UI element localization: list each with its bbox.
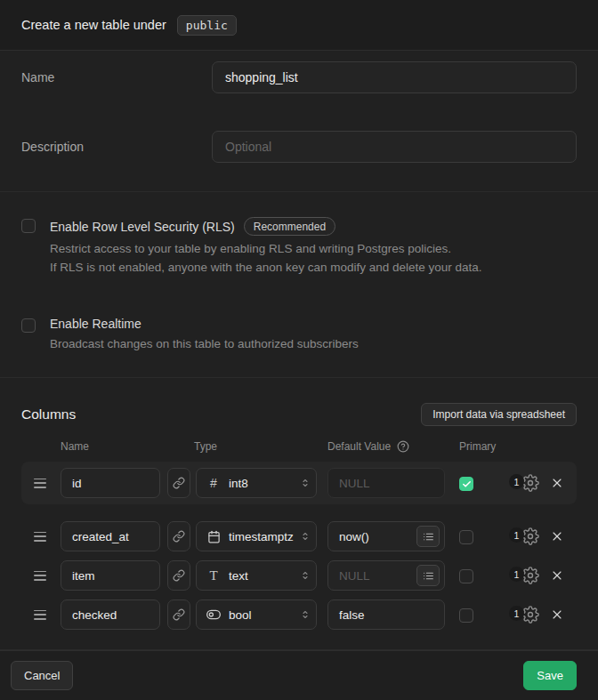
rls-option: Enable Row Level Security (RLS) Recommen… [21, 217, 577, 278]
column-header-name: Name [61, 440, 194, 453]
column-header-type: Type [194, 440, 327, 453]
close-icon [550, 476, 564, 490]
columns-title: Columns [21, 406, 76, 422]
description-row: Description [21, 131, 577, 163]
drag-handle-icon[interactable] [34, 571, 46, 581]
gear-icon [521, 474, 539, 492]
delete-column-button[interactable] [550, 476, 564, 490]
chevron-up-down-icon [300, 608, 311, 621]
name-row: Name [21, 61, 577, 93]
realtime-option: Enable Realtime Broadcast changes on thi… [21, 317, 577, 354]
column-type-select[interactable]: # int8 [196, 468, 317, 498]
link-icon [173, 608, 185, 621]
rls-description: Restrict access to your table by enablin… [50, 240, 482, 278]
toggle-icon [206, 607, 222, 622]
column-settings-button[interactable]: 1 [509, 473, 539, 493]
column-name-input[interactable] [61, 560, 160, 591]
basic-fields-section: Name Description [0, 51, 598, 192]
delete-column-button[interactable] [550, 568, 564, 583]
foreign-key-button[interactable] [167, 521, 190, 551]
column-row-item: T text NULL 1 [21, 559, 577, 592]
column-type-select[interactable]: T text [196, 560, 317, 591]
link-icon [173, 477, 185, 489]
default-suggestions-button[interactable] [416, 526, 440, 547]
close-icon [550, 529, 564, 543]
default-value-field[interactable]: false [327, 599, 445, 630]
column-row-id: # int8 NULL 1 [21, 466, 577, 500]
column-name-input[interactable] [61, 521, 160, 551]
column-header-primary: Primary [459, 440, 577, 453]
hash-icon: # [206, 476, 222, 490]
table-name-input[interactable] [212, 61, 577, 93]
foreign-key-button[interactable] [167, 468, 190, 498]
recommended-badge: Recommended [244, 217, 335, 236]
close-icon [550, 607, 564, 622]
list-icon [423, 570, 434, 582]
column-settings-button[interactable]: 1 [509, 527, 539, 546]
list-icon [423, 531, 434, 543]
column-header-default: Default Value [327, 440, 391, 453]
drag-handle-icon[interactable] [34, 532, 46, 542]
primary-row-panel: # int8 NULL 1 [21, 462, 577, 504]
schema-badge: public [177, 15, 237, 36]
foreign-key-button[interactable] [167, 560, 190, 591]
table-description-input[interactable] [212, 131, 577, 163]
column-type-select[interactable]: bool [196, 599, 317, 630]
close-icon [550, 568, 564, 583]
realtime-checkbox[interactable] [21, 318, 36, 333]
gear-icon [521, 527, 539, 545]
rls-label: Enable Row Level Security (RLS) [50, 220, 235, 234]
column-name-input[interactable] [61, 599, 160, 630]
foreign-key-button[interactable] [167, 599, 190, 630]
column-type-select[interactable]: timestamptz [196, 521, 317, 551]
calendar-icon [206, 530, 222, 543]
chevron-up-down-icon [300, 477, 311, 489]
columns-section: Columns Import data via spreadsheet Name… [0, 378, 598, 650]
link-icon [173, 530, 185, 543]
name-label: Name [21, 61, 212, 84]
gear-icon [521, 606, 539, 624]
drag-handle-icon[interactable] [34, 610, 46, 620]
dialog-footer: Cancel Save [0, 650, 598, 700]
cancel-button[interactable]: Cancel [11, 661, 73, 691]
letter-t-icon: T [206, 568, 222, 583]
primary-checkbox[interactable] [459, 530, 473, 544]
primary-checkbox[interactable] [459, 477, 473, 491]
dialog-header: Create a new table under public [0, 0, 598, 51]
chevron-up-down-icon [300, 569, 311, 582]
save-button[interactable]: Save [523, 661, 577, 691]
help-icon[interactable] [397, 440, 409, 453]
gear-icon [521, 567, 539, 584]
columns-table-headers: Name Type Default Value Primary [21, 440, 577, 453]
options-section: Enable Row Level Security (RLS) Recommen… [0, 192, 598, 378]
default-value-field[interactable]: now() [327, 521, 445, 551]
drag-handle-icon[interactable] [34, 479, 46, 488]
primary-checkbox[interactable] [459, 608, 473, 623]
check-icon [462, 479, 472, 489]
default-value-field[interactable]: NULL [327, 560, 445, 591]
default-suggestions-button[interactable] [416, 565, 440, 586]
default-value-field: NULL [327, 468, 445, 498]
column-settings-button[interactable]: 1 [509, 605, 539, 624]
column-name-input[interactable] [61, 468, 160, 498]
chevron-up-down-icon [300, 530, 311, 543]
column-row-checked: bool false 1 [21, 598, 577, 632]
primary-checkbox[interactable] [459, 569, 473, 583]
delete-column-button[interactable] [550, 607, 564, 622]
rls-checkbox[interactable] [21, 219, 36, 233]
dialog-title: Create a new table under [21, 18, 166, 32]
description-label: Description [21, 131, 212, 154]
import-spreadsheet-button[interactable]: Import data via spreadsheet [421, 403, 577, 426]
column-row-created-at: timestamptz now() 1 [21, 519, 577, 553]
create-table-dialog: Create a new table under public Name Des… [0, 0, 598, 700]
column-settings-button[interactable]: 1 [509, 566, 539, 585]
realtime-label: Enable Realtime [50, 317, 141, 331]
delete-column-button[interactable] [550, 529, 564, 543]
realtime-description: Broadcast changes on this table to autho… [50, 335, 359, 354]
link-icon [173, 569, 185, 582]
